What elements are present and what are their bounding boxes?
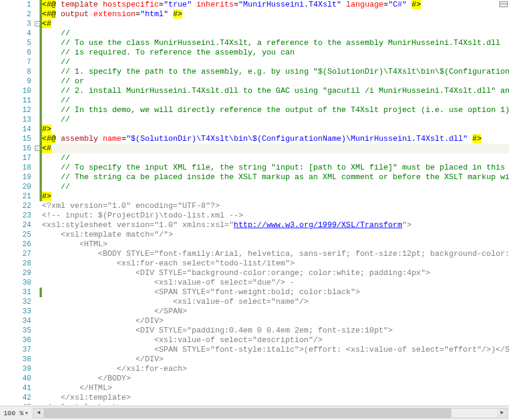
code-line[interactable]: // [42, 58, 509, 67]
horizontal-scrollbar[interactable]: ◄ ► [33, 408, 508, 418]
line-number: 13 [0, 115, 31, 125]
change-marker [40, 134, 42, 144]
line-number: 35 [0, 326, 31, 336]
line-number: 37 [0, 345, 31, 355]
code-line[interactable]: <SPAN STYLE="font-weight:bold; color:bla… [42, 288, 509, 297]
code-line[interactable]: <xsl:value-of select="due"/> - [42, 278, 509, 288]
line-number: 30 [0, 278, 31, 288]
code-line[interactable]: </DIV> [42, 355, 509, 364]
code-line[interactable]: // [42, 29, 509, 38]
code-line[interactable]: <BODY STYLE="font-family:Arial, helvetic… [42, 249, 509, 259]
code-line[interactable]: // or [42, 77, 509, 86]
split-view-icon[interactable] [499, 1, 508, 7]
code-line[interactable]: <# [42, 19, 509, 29]
line-number: 10 [0, 86, 31, 96]
line-number: 25 [0, 230, 31, 240]
line-number: 3 [0, 19, 31, 29]
line-number: 34 [0, 316, 31, 326]
code-line[interactable]: <xsl:value-of select="name"/> [42, 297, 509, 307]
code-line[interactable]: <xsl:value-of select="description"/> [42, 336, 509, 345]
line-number-gutter: 1234567891011121314151617181920212223242… [0, 0, 36, 405]
code-line[interactable]: <!-- input: $(ProjectDir)\todo-list.xml … [42, 211, 509, 220]
code-line[interactable]: // is required. To reference the assembl… [42, 48, 509, 58]
code-line[interactable]: // To use the class MunirHusseini.T4Xslt… [42, 38, 509, 48]
code-line[interactable]: <# [42, 144, 509, 153]
code-line[interactable]: // The string ca be placed inside the XS… [42, 173, 509, 182]
status-bar: 100 %▼ ◄ ► [0, 406, 509, 420]
change-marker [40, 19, 42, 29]
line-number: 39 [0, 364, 31, 374]
change-marker [40, 182, 42, 192]
scroll-track[interactable] [44, 409, 497, 418]
line-number: 27 [0, 249, 31, 259]
code-line[interactable]: </xsl:stylesheet> [42, 403, 509, 405]
line-number: 9 [0, 77, 31, 86]
line-number: 28 [0, 259, 31, 268]
code-line[interactable]: <#@ output extension="html" #> [42, 10, 509, 19]
line-number: 16 [0, 144, 31, 153]
code-line[interactable]: </HTML> [42, 383, 509, 393]
code-line[interactable]: </BODY> [42, 374, 509, 383]
line-number: 32 [0, 297, 31, 307]
code-line[interactable]: #> [42, 192, 509, 201]
change-marker [40, 144, 42, 153]
code-line[interactable]: // 1. specify the path to the assembly, … [42, 67, 509, 77]
change-marker [40, 48, 42, 58]
code-line[interactable]: <HTML> [42, 240, 509, 249]
line-number: 38 [0, 355, 31, 364]
code-line[interactable]: // [42, 153, 509, 163]
code-line[interactable]: // In this demo, we will directly refere… [42, 105, 509, 115]
code-editor[interactable]: 1234567891011121314151617181920212223242… [0, 0, 509, 405]
code-line[interactable]: // [42, 115, 509, 125]
code-line[interactable]: <SPAN STYLE="font-style:italic">(effort:… [42, 345, 509, 355]
line-number: 5 [0, 38, 31, 48]
code-line[interactable]: <#@ assembly name="$(SolutionDir)\T4Xslt… [42, 134, 509, 144]
change-marker [40, 10, 42, 19]
change-marker [40, 163, 42, 173]
code-line[interactable]: </SPAN> [42, 307, 509, 316]
code-line[interactable]: // [42, 96, 509, 105]
code-line[interactable]: </xsl:for-each> [42, 364, 509, 374]
line-number: 33 [0, 307, 31, 316]
code-line[interactable]: <DIV STYLE="background-color:orange; col… [42, 268, 509, 278]
change-marker [40, 86, 42, 96]
code-line[interactable]: // [42, 182, 509, 192]
change-marker [40, 288, 42, 297]
code-line[interactable]: <xsl:for-each select="todo-list/item"> [42, 259, 509, 268]
line-number: 11 [0, 96, 31, 105]
code-line[interactable]: <?xml version="1.0" encoding="UTF-8"?> [42, 201, 509, 211]
line-number: 15 [0, 134, 31, 144]
code-line[interactable]: </xsl:template> [42, 393, 509, 403]
change-marker [40, 96, 42, 105]
code-line[interactable]: <xsl:stylesheet version="1.0" xmlns:xsl=… [42, 220, 509, 230]
line-number: 1 [0, 0, 31, 10]
line-number: 17 [0, 153, 31, 163]
change-marker [40, 77, 42, 86]
line-number: 22 [0, 201, 31, 211]
line-number: 8 [0, 67, 31, 77]
code-line[interactable]: </DIV> [42, 316, 509, 326]
code-line[interactable]: <xsl:template match="/"> [42, 230, 509, 240]
change-marker [40, 38, 42, 48]
code-line[interactable]: #> [42, 125, 509, 134]
zoom-dropdown[interactable]: 100 %▼ [0, 409, 32, 418]
code-line[interactable]: <DIV STYLE="padding:0.4em 0 0.4em 2em; f… [42, 326, 509, 336]
change-marker [40, 29, 42, 38]
line-number: 29 [0, 268, 31, 278]
code-line[interactable]: // 2. install MunirHusseini.T4Xslt.dll t… [42, 86, 509, 96]
line-number: 36 [0, 336, 31, 345]
scroll-thumb[interactable] [44, 409, 452, 418]
change-marker [40, 125, 42, 134]
line-number: 42 [0, 393, 31, 403]
scroll-left-button[interactable]: ◄ [34, 409, 44, 418]
code-area[interactable]: <#@ template hostspecific="true" inherit… [42, 0, 509, 405]
line-number: 41 [0, 383, 31, 393]
line-number: 18 [0, 163, 31, 173]
chevron-down-icon: ▼ [25, 410, 28, 416]
change-marker [40, 115, 42, 125]
code-line[interactable]: // To specify the input XML file, the st… [42, 163, 509, 173]
line-number: 31 [0, 288, 31, 297]
change-marker [40, 192, 42, 201]
code-line[interactable]: <#@ template hostspecific="true" inherit… [42, 0, 509, 10]
scroll-right-button[interactable]: ► [497, 409, 507, 418]
